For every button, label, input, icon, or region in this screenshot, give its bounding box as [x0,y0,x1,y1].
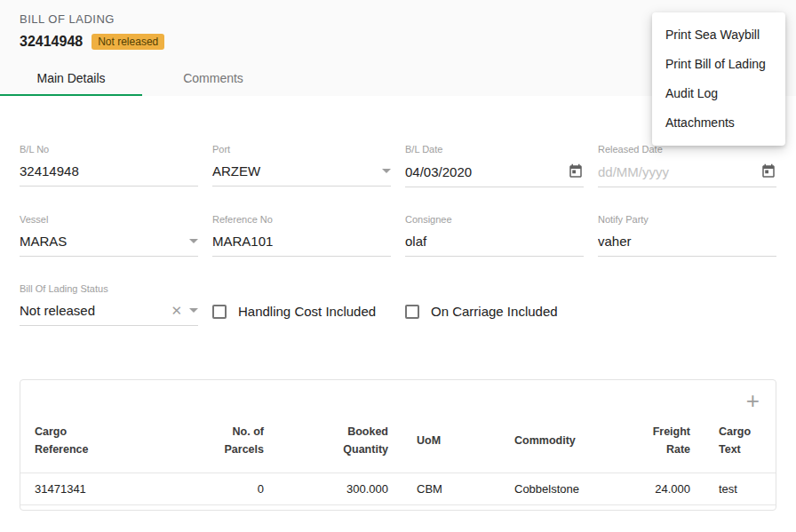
cell-cargo-reference: 31471341 [20,473,189,505]
cell-cargo-text: test [704,473,776,505]
bl-date-input[interactable] [405,164,568,179]
released-date-input[interactable] [598,164,760,179]
chevron-down-icon [189,239,198,243]
field-label: Port [212,144,391,155]
column-header-cargo-reference: Cargo Reference [20,412,189,473]
menu-item-attachments[interactable]: Attachments [652,108,785,138]
checkbox-handling-cost[interactable]: Handling Cost Included [212,304,376,319]
bl-status-value: Not released [20,303,171,318]
port-select[interactable]: ARZEW [212,159,391,187]
reference-no-input[interactable] [212,234,391,249]
field-label: Reference No [212,214,391,225]
field-released-date: Released Date [598,144,776,187]
cell-no-of-parcels: 0 [189,473,278,505]
column-header-cargo-text: Cargo Text [704,412,776,473]
column-header-commodity: Commodity [500,412,633,473]
menu-item-print-sea-waybill[interactable]: Print Sea Waybill [652,20,785,50]
clear-icon[interactable]: ✕ [171,304,182,317]
document-number: 32414948 [20,34,83,50]
column-header-no-of-parcels: No. of Parcels [189,412,278,473]
menu-item-print-bill-of-lading[interactable]: Print Bill of Lading [652,50,785,79]
checkbox-box [212,305,227,319]
status-badge: Not released [92,34,164,50]
cell-commodity: Cobbelstone [500,473,633,505]
field-label: Bill Of Lading Status [20,283,198,294]
checkbox-cell: On Carriage Included [405,283,584,326]
tab-main-details[interactable]: Main Details [0,62,142,96]
chevron-down-icon [189,308,198,313]
field-bl-date: B/L Date [405,144,584,187]
field-bl-status: Bill Of Lading Status Not released ✕ [20,283,198,326]
field-bl-no: B/L No [20,144,198,187]
consignee-input[interactable] [405,234,584,249]
add-cargo-button[interactable]: + [746,391,760,410]
checkbox-label: On Carriage Included [431,304,558,319]
calendar-icon[interactable] [568,163,584,179]
checkbox-cell: Handling Cost Included [212,283,391,326]
checkbox-on-carriage[interactable]: On Carriage Included [405,304,558,319]
field-label: Consignee [405,214,584,225]
cell-freight-rate: 24.000 [633,473,704,505]
cell-uom: CBM [402,473,500,505]
field-consignee: Consignee [405,214,584,257]
vessel-value: MARAS [20,234,182,249]
bl-status-select[interactable]: Not released ✕ [20,298,198,326]
cell-booked-quantity: 300.000 [278,473,402,505]
checkbox-label: Handling Cost Included [238,304,376,319]
chevron-down-icon [382,169,391,173]
field-port: Port ARZEW [212,144,391,187]
field-label: B/L Date [405,144,584,155]
menu-item-audit-log[interactable]: Audit Log [652,79,785,108]
cargo-card: + Cargo Reference No. of Parcels Booked … [20,379,776,511]
port-value: ARZEW [212,163,375,179]
column-header-uom: UoM [402,412,500,473]
field-reference-no: Reference No [212,214,391,257]
tab-comments[interactable]: Comments [142,62,284,96]
field-notify-party: Notify Party [598,214,776,257]
cargo-table: Cargo Reference No. of Parcels Booked Qu… [20,412,776,505]
field-label: Vessel [20,214,198,225]
column-header-booked-quantity: Booked Quantity [278,412,402,473]
notify-party-input[interactable] [598,234,776,249]
bl-no-input[interactable] [20,163,198,179]
cargo-table-row[interactable]: 31471341 0 300.000 CBM Cobbelstone 24.00… [20,473,776,505]
column-header-freight-rate: Freight Rate [633,412,704,473]
calendar-icon[interactable] [760,163,776,179]
field-vessel: Vessel MARAS [20,214,198,257]
field-label: Notify Party [598,214,776,225]
vessel-select[interactable]: MARAS [20,229,198,257]
checkbox-box [405,305,419,319]
context-menu: Print Sea Waybill Print Bill of Lading A… [652,12,785,146]
field-label: B/L No [20,144,198,155]
